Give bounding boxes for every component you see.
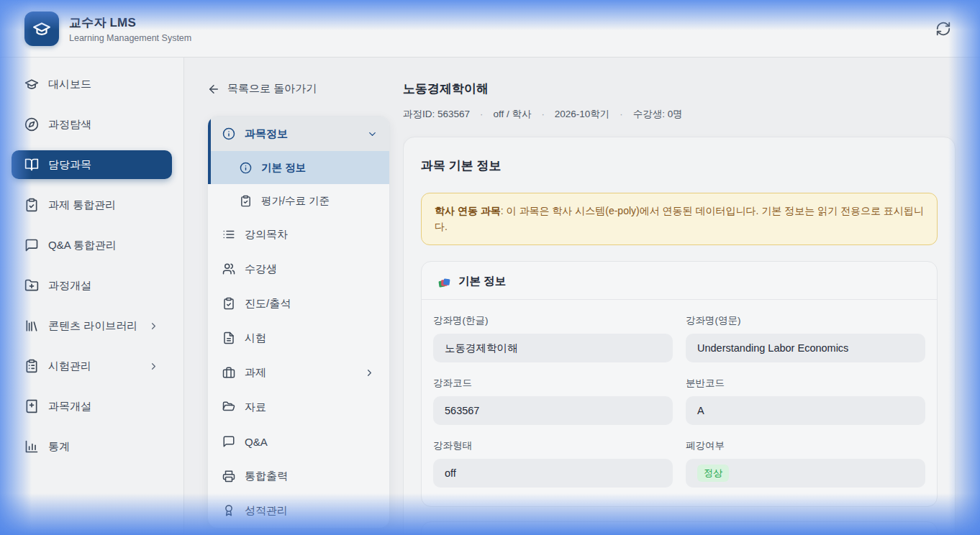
field-value: 정상: [686, 459, 925, 488]
clipboard-check-icon: [240, 195, 252, 207]
meta-students: 수강생: 0명: [609, 108, 682, 121]
open-info-subcard: 개설 정보: [421, 521, 938, 534]
course-nav-item-course-info[interactable]: 과목정보: [211, 116, 389, 151]
sidebar-item-label: Q&A 통합관리: [48, 239, 159, 252]
field-section-code: 분반코드 A: [686, 377, 925, 425]
field-label: 강좌형태: [433, 439, 673, 452]
field-course-name-ko: 강좌명(한글) 노동경제학이해: [433, 314, 673, 362]
chevron-down-icon: [367, 129, 378, 140]
course-nav-column: 목록으로 돌아가기 과목정보 기본 정보 평가/수료 기준 강: [184, 58, 403, 534]
chat-bubble-icon: [222, 435, 235, 448]
field-course-code: 강좌코드 563567: [433, 377, 673, 425]
chat-bubble-icon: [24, 238, 39, 252]
notice-label: 학사 연동 과목: [435, 205, 501, 216]
refresh-button[interactable]: [931, 17, 956, 41]
sidebar-item-label: 담당과목: [48, 158, 159, 172]
field-label: 강좌코드: [433, 377, 673, 390]
course-nav-item-students[interactable]: 수강생: [208, 252, 389, 286]
clipboard-check-icon: [24, 198, 39, 212]
field-course-name-en: 강좌명(영문) Understanding Labor Economics: [686, 314, 925, 362]
sidebar-item-statistics[interactable]: 통계: [12, 432, 172, 461]
sidebar-item-dashboard[interactable]: 대시보드: [12, 70, 172, 99]
back-link-label: 목록으로 돌아가기: [227, 82, 317, 96]
course-nav-item-print[interactable]: 통합출력: [208, 459, 389, 493]
field-course-format: 강좌형태 off: [433, 439, 673, 488]
briefcase-icon: [222, 366, 235, 379]
course-nav-item-syllabus[interactable]: 강의목차: [208, 217, 389, 252]
sidebar-item-qna-mgmt[interactable]: Q&A 통합관리: [12, 231, 172, 260]
graduation-cap-icon: [32, 19, 51, 38]
sidebar-item-course-create[interactable]: 과정개설: [12, 271, 172, 300]
sidebar-item-my-courses[interactable]: 담당과목: [12, 150, 172, 179]
back-to-list-link[interactable]: 목록으로 돌아가기: [207, 82, 390, 96]
sidebar-item-label: 과목개설: [48, 400, 159, 413]
top-header: 교수자 LMS Learning Management System: [0, 0, 980, 58]
award-icon: [222, 504, 235, 517]
notice-text: : 이 과목은 학사 시스템(e-poly)에서 연동된 데이터입니다. 기본 …: [435, 205, 924, 232]
folder-open-icon: [222, 401, 235, 413]
field-value: A: [686, 396, 925, 425]
course-nav-item-assignment[interactable]: 과제: [208, 355, 389, 390]
arrow-left-icon: [207, 83, 220, 96]
course-nav-item-basic-info[interactable]: 기본 정보: [211, 151, 389, 184]
list-icon: [222, 228, 235, 241]
course-nav-label: 기본 정보: [261, 161, 389, 175]
sidebar-item-subject-create[interactable]: 과목개설: [12, 392, 172, 421]
course-nav-label: 성적관리: [245, 504, 375, 518]
meta-course-id: 과정ID: 563567: [403, 108, 470, 121]
course-nav-item-grading-criteria[interactable]: 평가/수료 기준: [208, 184, 389, 217]
sidebar-item-label: 과정탐색: [48, 118, 159, 132]
graduation-cap-icon: [24, 77, 39, 91]
course-nav-item-exam[interactable]: 시험: [208, 321, 389, 355]
sidebar-item-exam-mgmt[interactable]: 시험관리: [12, 352, 172, 380]
bar-chart-icon: [24, 439, 39, 454]
info-icon: [222, 127, 235, 140]
sidebar-item-label: 콘텐츠 라이브러리: [48, 319, 139, 333]
sidebar-item-label: 과제 통합관리: [48, 198, 159, 212]
app-brand: 교수자 LMS Learning Management System: [24, 12, 191, 46]
app-subtitle: Learning Management System: [69, 33, 191, 43]
course-nav-item-materials[interactable]: 자료: [208, 390, 389, 424]
course-nav-item-qna[interactable]: Q&A: [208, 424, 389, 459]
field-label: 폐강여부: [686, 439, 925, 452]
course-nav-item-progress-attendance[interactable]: 진도/출석: [208, 286, 389, 321]
field-value: 노동경제학이해: [433, 334, 673, 362]
open-info-header: 개설 정보: [422, 522, 937, 534]
compass-icon: [24, 117, 39, 132]
course-title: 노동경제학이해: [403, 81, 956, 97]
course-nav-label: 수강생: [245, 262, 375, 276]
sidebar-item-course-explore[interactable]: 과정탐색: [12, 110, 172, 139]
meta-term: 2026-10학기: [531, 108, 609, 121]
course-info-group: 과목정보 기본 정보: [208, 116, 389, 184]
file-text-icon: [222, 331, 235, 344]
clipboard-list-icon: [24, 359, 39, 373]
course-nav-label: 진도/출석: [245, 297, 375, 311]
course-nav-label: 과제: [245, 366, 355, 380]
status-badge: 정상: [697, 465, 729, 482]
printer-icon: [222, 470, 235, 483]
course-nav-label: 과목정보: [245, 127, 358, 141]
course-nav-label: 평가/수료 기준: [261, 194, 389, 208]
course-nav-label: 시험: [245, 331, 375, 345]
course-basic-info-card: 과목 기본 정보 학사 연동 과목: 이 과목은 학사 시스템(e-poly)에…: [403, 137, 956, 534]
refresh-icon: [935, 21, 951, 37]
chevron-right-icon: [364, 367, 375, 378]
field-cancellation-status: 폐강여부 정상: [686, 439, 925, 488]
course-nav-item-grades[interactable]: 성적관리: [208, 493, 389, 528]
library-icon: [24, 319, 39, 333]
sidebar-item-label: 대시보드: [48, 78, 159, 91]
sidebar-item-assignment-mgmt[interactable]: 과제 통합관리: [12, 191, 172, 219]
meta-course-type: off / 학사: [470, 108, 531, 121]
basic-info-title: 기본 정보: [458, 274, 506, 289]
basic-info-header: 기본 정보: [422, 262, 937, 300]
sidebar-item-content-library[interactable]: 콘텐츠 라이브러리: [12, 311, 172, 340]
brand-text: 교수자 LMS Learning Management System: [69, 14, 191, 43]
field-value: Understanding Labor Economics: [686, 334, 925, 362]
main-content: 노동경제학이해 과정ID: 563567 off / 학사 2026-10학기 …: [403, 58, 980, 534]
course-nav-label: 강의목차: [245, 228, 375, 242]
app-logo: [24, 12, 59, 46]
field-label: 강좌명(영문): [686, 314, 925, 327]
main-sidebar: 대시보드 과정탐색 담당과목 과제 통합관리 Q&A 통합관리 과정개설 콘텐츠…: [0, 58, 184, 534]
field-value: off: [433, 459, 673, 488]
basic-info-subcard: 기본 정보 강좌명(한글) 노동경제학이해 강좌명(영문) Understand…: [421, 261, 938, 507]
